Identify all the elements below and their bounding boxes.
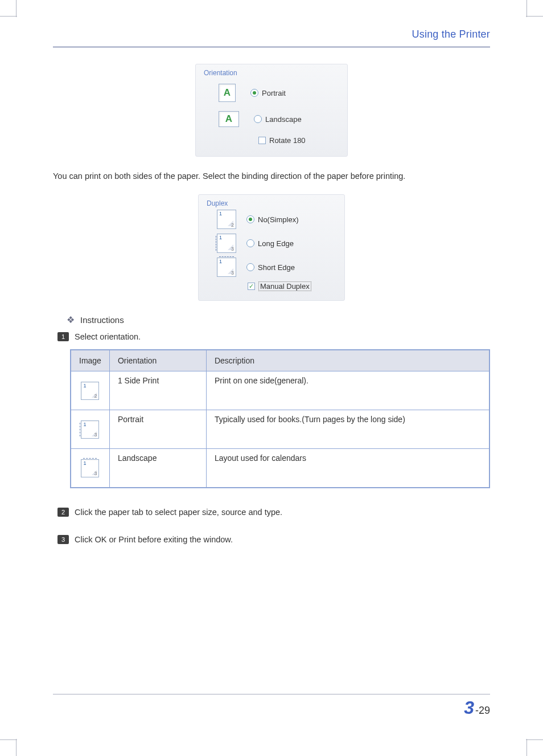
row2-image: 13 (71, 410, 109, 449)
short-edge-thumb-icon: 13 (81, 459, 99, 477)
portrait-preview-icon: A (219, 84, 236, 102)
long-edge-radio-label: Long Edge (246, 239, 294, 248)
crop-mark (0, 16, 17, 17)
orientation-groupbox: Orientation A Portrait A Landscape Rotat… (195, 64, 348, 157)
simplex-radio-label: No(Simplex) (246, 215, 299, 224)
step-3: 3 Click OK or Print before exiting the w… (57, 535, 490, 544)
step-2-text: Click the paper tab to select paper size… (75, 508, 282, 517)
rotate180-checkbox-label: Rotate 180 (258, 136, 306, 145)
manual-duplex-checkbox-label: Manual Duplex (248, 281, 311, 291)
step-3-text: Click OK or Print before exiting the win… (75, 535, 233, 544)
page-content: Using the Printer Orientation A Portrait… (53, 28, 490, 722)
crop-mark (16, 0, 17, 17)
landscape-label: Landscape (265, 115, 302, 124)
long-edge-preview-icon: 13 (217, 234, 236, 253)
radio-icon (246, 215, 254, 223)
crop-mark (526, 0, 527, 17)
simplex-thumb-icon: 12 (81, 382, 99, 400)
manual-duplex-label: Manual Duplex (258, 281, 311, 291)
radio-icon (254, 115, 262, 123)
row1-image: 12 (71, 371, 109, 410)
duplex-option-manual[interactable]: Manual Duplex (207, 280, 336, 295)
checkbox-icon (248, 283, 255, 290)
col-description: Description (206, 350, 489, 371)
duplex-description: You can print on both sides of the paper… (53, 170, 490, 182)
short-edge-preview-icon: 13 (217, 258, 236, 277)
short-edge-radio-label: Short Edge (246, 263, 295, 272)
duplex-legend: Duplex (207, 199, 336, 207)
landscape-preview-icon: A (219, 111, 239, 127)
long-edge-thumb-icon: 13 (81, 420, 99, 439)
duplex-option-long-edge[interactable]: 13 Long Edge (207, 232, 336, 256)
orientation-table: Image Orientation Description 12 1 Side … (70, 349, 490, 488)
section-header: Using the Printer (53, 28, 490, 46)
diamond-bullet-icon: ❖ (67, 314, 75, 325)
short-edge-label: Short Edge (258, 263, 295, 272)
portrait-radio-label: Portrait (250, 89, 286, 97)
radio-icon (250, 89, 258, 97)
table-row: 13 Landscape Layout used for calendars (71, 449, 489, 488)
chapter-number: 3 (464, 697, 474, 718)
simplex-label: No(Simplex) (258, 215, 299, 224)
crop-mark (0, 739, 17, 740)
page-num: 29 (479, 705, 490, 716)
row3-image: 13 (71, 449, 109, 488)
orientation-option-landscape[interactable]: A Landscape (204, 105, 339, 130)
table-row: 13 Portrait Typically used for books.(Tu… (71, 410, 489, 449)
crop-mark (526, 739, 527, 756)
landscape-radio-label: Landscape (254, 115, 302, 124)
portrait-label: Portrait (262, 89, 286, 97)
footer-rule (53, 694, 490, 694)
row3-description: Layout used for calendars (206, 449, 489, 488)
header-rule (53, 46, 490, 48)
step-number-badge: 2 (57, 508, 69, 517)
orientation-option-portrait[interactable]: A Portrait (204, 78, 339, 105)
col-orientation: Orientation (109, 350, 206, 371)
step-1: 1 Select orientation. (57, 332, 490, 341)
orientation-option-rotate180[interactable]: Rotate 180 (204, 130, 339, 148)
row1-orientation: 1 Side Print (109, 371, 206, 410)
instructions-heading-row: ❖ Instructions (67, 314, 490, 325)
row1-description: Print on one side(general). (206, 371, 489, 410)
duplex-groupbox: Duplex 12 No(Simplex) 13 Long Edge 13 (198, 194, 345, 301)
page-number: 3-29 (464, 697, 490, 718)
crop-mark (526, 16, 543, 17)
orientation-legend: Orientation (204, 69, 339, 77)
col-image: Image (71, 350, 109, 371)
step-1-text: Select orientation. (75, 332, 141, 341)
table-row: 12 1 Side Print Print on one side(genera… (71, 371, 489, 410)
simplex-preview-icon: 12 (217, 210, 236, 229)
radio-icon (246, 263, 254, 271)
instructions-heading: Instructions (80, 315, 124, 325)
row2-description: Typically used for books.(Turn pages by … (206, 410, 489, 449)
row3-orientation: Landscape (109, 449, 206, 488)
table-header-row: Image Orientation Description (71, 350, 489, 371)
checkbox-icon (258, 137, 266, 144)
crop-mark (526, 739, 543, 740)
duplex-option-short-edge[interactable]: 13 Short Edge (207, 256, 336, 280)
step-number-badge: 1 (57, 332, 69, 341)
step-number-badge: 3 (57, 535, 69, 544)
crop-mark (16, 739, 17, 756)
rotate180-label: Rotate 180 (269, 136, 306, 145)
radio-icon (246, 239, 254, 247)
long-edge-label: Long Edge (258, 239, 294, 248)
duplex-option-simplex[interactable]: 12 No(Simplex) (207, 209, 336, 232)
step-2: 2 Click the paper tab to select paper si… (57, 508, 490, 517)
row2-orientation: Portrait (109, 410, 206, 449)
